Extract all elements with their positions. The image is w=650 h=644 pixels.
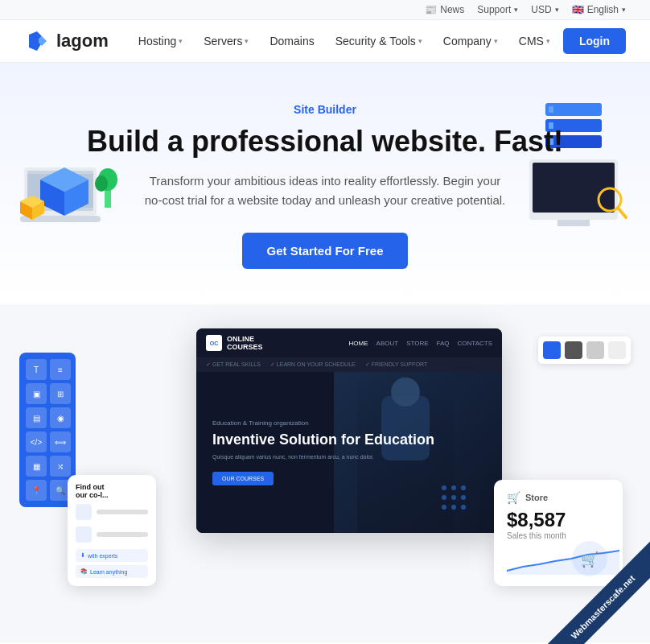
language-caret: ▾ [622,6,626,14]
browser-nav-about: ABOUT [376,340,399,347]
svg-point-29 [442,495,446,500]
preview-section: T ≡ ▣ ⊞ ▤ ◉ </> ⟺ ▦ ⤭ 📍 🔍 OC ONLINE COUR… [0,304,650,642]
swatch-light[interactable] [586,341,604,359]
language-dropdown[interactable]: 🇬🇧 English ▾ [572,4,626,15]
currency-label: USD [531,4,551,15]
language-label: English [587,4,619,15]
browser-subnav-1: ✓ GET REAL SKILLS [206,361,261,368]
widget-icon-8: ⟺ [50,431,71,452]
logo-icon [24,28,50,54]
nav-servers[interactable]: Servers ▾ [195,30,257,52]
nav-security-tools[interactable]: Security & Tools ▾ [327,30,430,52]
widget-icon-2: ≡ [50,359,71,380]
svg-point-31 [461,495,466,500]
svg-point-25 [391,378,420,407]
mobile-text: Find out our co-l... [76,483,148,499]
widget-icon-5: ▤ [26,407,47,428]
support-label: Support [477,4,511,15]
browser-nav-store: STORE [406,340,428,347]
mobile-item-icon-2 [76,526,92,543]
browser-logo-area: OC ONLINE COURSES [206,335,263,351]
widget-icon-3: ▣ [26,383,47,404]
hosting-caret: ▾ [179,37,183,45]
browser-dots [438,481,486,517]
color-swatches [538,336,631,364]
widget-icon-9: ▦ [26,456,47,477]
servers-caret: ▾ [245,37,249,45]
news-icon: 📰 [425,4,437,15]
nav-cms[interactable]: CMS ▾ [511,30,558,52]
preview-wrapper: T ≡ ▣ ⊞ ▤ ◉ </> ⟺ ▦ ⤭ 📍 🔍 OC ONLINE COUR… [68,328,582,602]
navbar: lagom Hosting ▾ Servers ▾ Domains Securi… [0,20,650,63]
mobile-mockup: Find out our co-l... ⬇ with experts 📚 Le… [68,475,156,586]
logo[interactable]: lagom [24,28,109,54]
swatch-blue[interactable] [543,341,561,359]
browser-brand: ONLINE COURSES [227,335,263,351]
browser-hero-text: Education & Training organization Invent… [212,419,434,485]
mobile-item-1 [76,504,148,520]
support-caret: ▾ [514,6,518,14]
svg-point-28 [461,485,466,490]
flag-icon: 🇬🇧 [572,4,584,15]
store-chart: 🛒 [507,547,610,575]
widget-icon-4: ⊞ [50,383,71,404]
mobile-learn-btn[interactable]: 📚 Learn anything [76,565,148,578]
browser-nav-links: HOME ABOUT STORE FAQ CONTACTS [349,340,492,347]
svg-point-33 [451,505,456,510]
mobile-text-line-2 [97,532,148,537]
hero-subtitle: Transform your ambitious ideas into real… [140,171,510,210]
browser-nav-faq: FAQ [437,340,450,347]
browser-bar: OC ONLINE COURSES HOME ABOUT STORE FAQ C… [196,328,502,357]
nav-domains[interactable]: Domains [261,30,322,52]
top-bar: 📰 News Support ▾ USD ▾ 🇬🇧 English ▾ [0,0,650,20]
with-experts-label: with experts [88,553,117,559]
mobile-item-icon [76,504,92,520]
learn-anything-label: Learn anything [90,569,127,575]
mobile-download-btn[interactable]: ⬇ with experts [76,549,148,562]
store-amount: $8,587 [507,509,610,531]
widget-icon-10: ⤭ [50,456,71,477]
svg-point-27 [451,485,456,490]
svg-point-30 [451,495,456,500]
widget-icon-1: T [26,359,47,380]
browser-para: Quisque aliquam varius nunc, non ferment… [212,453,434,461]
browser-cta: OUR COURSES [212,472,274,485]
svg-point-34 [461,505,466,510]
cta-button[interactable]: Get Started For Free [242,233,407,269]
news-link[interactable]: 📰 News [425,4,464,15]
store-icon: 🛒 [507,491,520,504]
swatch-dark[interactable] [565,341,582,359]
browser-brand-name: ONLINE [227,335,263,343]
store-card-header: 🛒 Store [507,491,610,504]
company-caret: ▾ [494,37,498,45]
currency-caret: ▾ [555,6,559,14]
svg-text:🛒: 🛒 [581,551,599,568]
login-button[interactable]: Login [563,28,626,54]
support-dropdown[interactable]: Support ▾ [477,4,518,15]
download-icon: ⬇ [80,552,85,559]
widget-icon-7: </> [26,431,47,452]
browser-nav-home: HOME [349,340,368,347]
browser-subnav-2: ✓ LEARN ON YOUR SCHEDULE [270,361,356,368]
svg-point-26 [442,485,446,490]
nav-hosting[interactable]: Hosting ▾ [130,30,191,52]
widget-icon-6: ◉ [50,407,71,428]
cms-caret: ▾ [546,37,550,45]
browser-mockup: OC ONLINE COURSES HOME ABOUT STORE FAQ C… [196,328,502,533]
widget-icon-11: 📍 [26,480,47,501]
hero-title: Build a professional website. Fast! [24,124,626,159]
mobile-item-2 [76,526,148,543]
mobile-text-line [97,510,148,514]
news-label: News [440,4,464,15]
store-card: 🛒 Store $8,587 Sales this month 🛒 [494,480,623,586]
currency-dropdown[interactable]: USD ▾ [531,4,558,15]
swatch-white[interactable] [608,341,626,359]
hero-section: Site Builder Build a professional websit… [0,63,650,304]
nav-links: Hosting ▾ Servers ▾ Domains Security & T… [130,28,626,54]
browser-subnav: ✓ GET REAL SKILLS ✓ LEARN ON YOUR SCHEDU… [196,357,502,372]
hero-label: Site Builder [24,103,626,116]
nav-company[interactable]: Company ▾ [435,30,506,52]
security-caret: ▾ [418,37,422,45]
browser-logo-box: OC [206,335,222,351]
browser-tag: Education & Training organization [212,419,434,427]
